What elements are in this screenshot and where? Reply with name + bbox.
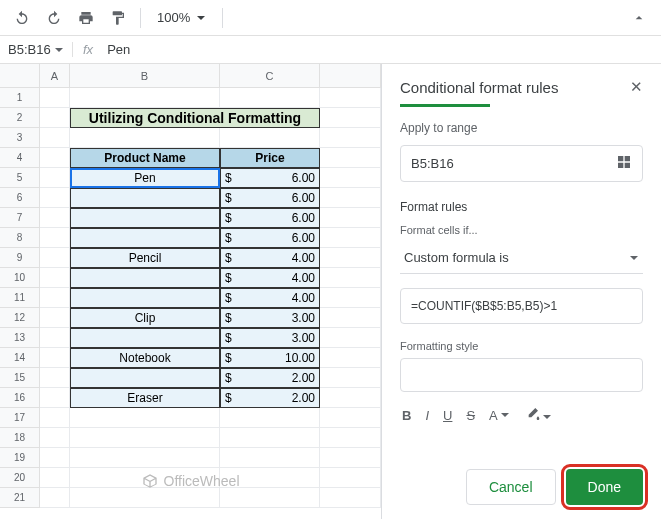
paint-format-button[interactable] — [104, 4, 132, 32]
cell[interactable] — [70, 368, 220, 388]
cell[interactable] — [220, 128, 320, 148]
cell[interactable] — [70, 88, 220, 108]
cell[interactable] — [40, 388, 70, 408]
cell[interactable] — [40, 308, 70, 328]
cell[interactable]: Clip — [70, 308, 220, 328]
row-header[interactable]: 13 — [0, 328, 40, 348]
row-header[interactable]: 14 — [0, 348, 40, 368]
cell[interactable] — [40, 288, 70, 308]
row-header[interactable]: 2 — [0, 108, 40, 128]
cell[interactable] — [220, 468, 320, 488]
italic-button[interactable]: I — [425, 408, 429, 423]
cell[interactable] — [40, 168, 70, 188]
cell[interactable]: $4.00 — [220, 288, 320, 308]
cell[interactable]: $4.00 — [220, 268, 320, 288]
cell[interactable]: $2.00 — [220, 368, 320, 388]
row-header[interactable]: 9 — [0, 248, 40, 268]
cell[interactable] — [40, 468, 70, 488]
row-header[interactable]: 12 — [0, 308, 40, 328]
cell[interactable] — [70, 128, 220, 148]
collapse-toolbar-button[interactable] — [625, 4, 653, 32]
cell[interactable] — [70, 448, 220, 468]
row-header[interactable]: 18 — [0, 428, 40, 448]
cell[interactable] — [40, 248, 70, 268]
cell[interactable] — [70, 208, 220, 228]
cell[interactable]: Price — [220, 148, 320, 168]
grid-select-icon[interactable] — [616, 154, 632, 173]
row-header[interactable]: 6 — [0, 188, 40, 208]
cell[interactable]: Utilizing Conditional Formatting — [70, 108, 320, 128]
cell[interactable] — [40, 408, 70, 428]
cell[interactable] — [40, 208, 70, 228]
done-button[interactable]: Done — [566, 469, 643, 505]
strikethrough-button[interactable]: S — [466, 408, 475, 423]
row-header[interactable]: 15 — [0, 368, 40, 388]
rule-type-select[interactable]: Custom formula is — [400, 242, 643, 274]
cell[interactable] — [40, 448, 70, 468]
fill-color-button[interactable] — [524, 406, 552, 425]
row-header[interactable]: 11 — [0, 288, 40, 308]
zoom-select[interactable]: 100% — [149, 6, 214, 29]
col-header-b[interactable]: B — [70, 64, 220, 88]
text-color-button[interactable]: A — [489, 408, 510, 423]
cell[interactable] — [40, 428, 70, 448]
cancel-button[interactable]: Cancel — [466, 469, 556, 505]
formula-value[interactable]: Pen — [103, 42, 130, 57]
redo-button[interactable] — [40, 4, 68, 32]
style-preview[interactable] — [400, 358, 643, 392]
cell[interactable] — [220, 448, 320, 468]
cell[interactable] — [40, 228, 70, 248]
cell[interactable] — [40, 328, 70, 348]
cell[interactable] — [70, 428, 220, 448]
cell[interactable] — [70, 488, 220, 508]
cell[interactable] — [40, 128, 70, 148]
bold-button[interactable]: B — [402, 408, 411, 423]
cell[interactable]: Pen — [70, 168, 220, 188]
cell[interactable] — [70, 468, 220, 488]
cell[interactable]: Eraser — [70, 388, 220, 408]
cell[interactable] — [70, 288, 220, 308]
formula-input[interactable]: =COUNTIF($B$5:B5,B5)>1 — [400, 288, 643, 324]
cell[interactable] — [40, 148, 70, 168]
cell[interactable]: Notebook — [70, 348, 220, 368]
cell[interactable] — [70, 328, 220, 348]
underline-button[interactable]: U — [443, 408, 452, 423]
range-input[interactable]: B5:B16 — [400, 145, 643, 182]
cell[interactable] — [70, 408, 220, 428]
row-header[interactable]: 16 — [0, 388, 40, 408]
cell[interactable] — [40, 108, 70, 128]
cell[interactable]: $4.00 — [220, 248, 320, 268]
cell[interactable] — [40, 268, 70, 288]
row-header[interactable]: 4 — [0, 148, 40, 168]
cell[interactable] — [40, 348, 70, 368]
row-header[interactable]: 3 — [0, 128, 40, 148]
col-header-c[interactable]: C — [220, 64, 320, 88]
row-header[interactable]: 21 — [0, 488, 40, 508]
cell[interactable] — [220, 408, 320, 428]
cell[interactable] — [70, 188, 220, 208]
cell[interactable] — [40, 88, 70, 108]
row-header[interactable]: 19 — [0, 448, 40, 468]
spreadsheet-grid[interactable]: A B C 123456789101112131415161718192021 … — [0, 64, 381, 519]
row-header[interactable]: 10 — [0, 268, 40, 288]
cell[interactable]: $2.00 — [220, 388, 320, 408]
row-header[interactable]: 5 — [0, 168, 40, 188]
cell[interactable]: $6.00 — [220, 188, 320, 208]
cell[interactable] — [70, 268, 220, 288]
cell[interactable]: Product Name — [70, 148, 220, 168]
select-all-corner[interactable] — [0, 64, 40, 88]
cell[interactable] — [40, 368, 70, 388]
undo-button[interactable] — [8, 4, 36, 32]
cell[interactable]: $10.00 — [220, 348, 320, 368]
cell[interactable] — [70, 228, 220, 248]
row-header[interactable]: 17 — [0, 408, 40, 428]
col-header-a[interactable]: A — [40, 64, 70, 88]
row-header[interactable]: 20 — [0, 468, 40, 488]
cell[interactable]: $6.00 — [220, 208, 320, 228]
cell[interactable] — [220, 488, 320, 508]
row-header[interactable]: 7 — [0, 208, 40, 228]
cell[interactable]: $6.00 — [220, 228, 320, 248]
close-icon[interactable]: ✕ — [630, 78, 643, 96]
name-box[interactable]: B5:B16 — [0, 42, 72, 57]
cell[interactable]: Pencil — [70, 248, 220, 268]
